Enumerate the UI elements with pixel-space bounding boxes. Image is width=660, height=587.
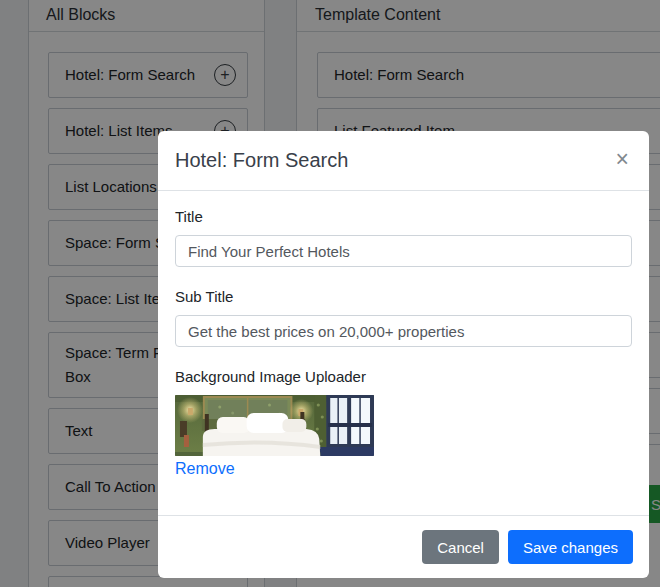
modal-footer: Cancel Save changes — [158, 515, 649, 578]
close-icon[interactable]: × — [612, 146, 633, 172]
cancel-button[interactable]: Cancel — [422, 530, 499, 564]
remove-image-link[interactable]: Remove — [175, 459, 235, 479]
hotel-room-thumbnail-image — [175, 395, 374, 456]
subtitle-label: Sub Title — [175, 287, 632, 307]
block-edit-modal: Hotel: Form Search × Title Sub Title Bac… — [158, 131, 649, 578]
title-input[interactable] — [175, 235, 632, 267]
modal-title: Hotel: Form Search — [175, 146, 348, 174]
modal-body: Title Sub Title Background Image Uploade… — [158, 191, 649, 515]
background-image-uploader-label: Background Image Uploader — [175, 367, 632, 387]
page: All Blocks Hotel: Form Search+Hotel: Lis… — [0, 0, 660, 587]
title-label: Title — [175, 207, 632, 227]
modal-header: Hotel: Form Search × — [158, 131, 649, 191]
subtitle-input[interactable] — [175, 315, 632, 347]
save-changes-button[interactable]: Save changes — [508, 530, 633, 564]
